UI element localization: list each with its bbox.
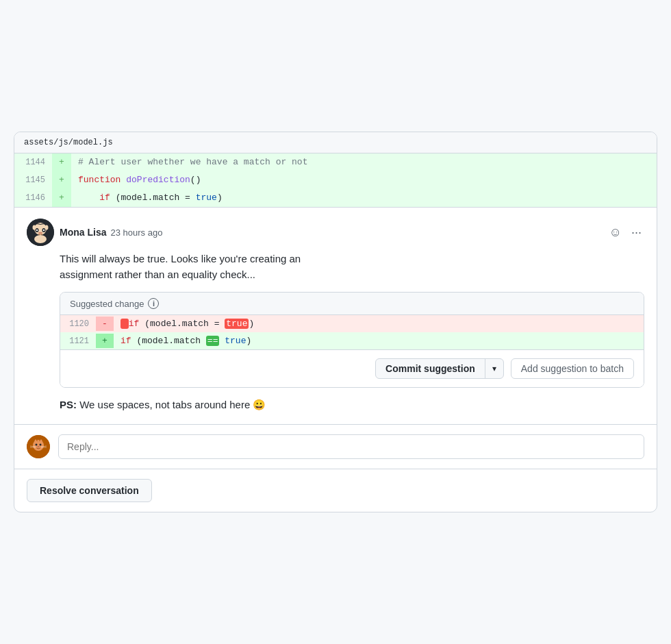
comment-body: This will always be true. Looks like you… bbox=[60, 251, 644, 282]
commit-suggestion-button[interactable]: Commit suggestion bbox=[376, 359, 485, 378]
svg-point-8 bbox=[45, 225, 49, 230]
info-icon: i bbox=[148, 298, 159, 309]
comment-author: Mona Lisa bbox=[60, 227, 106, 238]
comment-header: Mona Lisa 23 hours ago ☺ ··· bbox=[27, 219, 644, 246]
comment-actions: ☺ ··· bbox=[607, 223, 644, 243]
svg-point-11 bbox=[33, 440, 44, 451]
emoji-button[interactable]: ☺ bbox=[607, 223, 624, 243]
avatar bbox=[27, 219, 54, 246]
diff-gutter-1144: + bbox=[52, 153, 71, 171]
svg-point-7 bbox=[33, 225, 36, 230]
resolve-section: Resolve conversation bbox=[14, 469, 657, 512]
diff-row-1146: 1146 + if (model.match = true) bbox=[14, 189, 657, 207]
suggestion-diff: 1120 - if (model.match = true) 1121 + if… bbox=[60, 315, 644, 349]
svg-point-13 bbox=[40, 443, 42, 445]
diff-content-1144: # Alert user whether we have a match or … bbox=[71, 153, 314, 171]
comment-body-line2: assignment rather than an equality check… bbox=[60, 269, 255, 280]
comment-meta: Mona Lisa 23 hours ago bbox=[60, 227, 162, 238]
svg-point-9 bbox=[34, 235, 47, 243]
diff-gutter-1145: + bbox=[52, 171, 71, 189]
diff-row-1144: 1144 + # Alert user whether we have a ma… bbox=[14, 153, 657, 171]
ps-line: PS: We use spaces, not tabs around here … bbox=[60, 397, 644, 413]
svg-point-12 bbox=[36, 443, 38, 445]
ps-text: We use spaces, not tabs around here 😀 bbox=[79, 399, 266, 410]
s-gutter-removed: - bbox=[96, 317, 114, 331]
suggestion-label: Suggested change bbox=[70, 299, 144, 309]
code-diff: 1144 + # Alert user whether we have a ma… bbox=[14, 153, 657, 207]
commit-suggestion-button-group: Commit suggestion ▾ bbox=[375, 358, 504, 379]
main-card: assets/js/model.js 1144 + # Alert user w… bbox=[14, 132, 657, 512]
s-gutter-added: + bbox=[96, 334, 114, 348]
s-content-added: if (model.match == true) bbox=[114, 334, 258, 348]
commit-suggestion-dropdown[interactable]: ▾ bbox=[485, 360, 503, 377]
suggestion-buttons: Commit suggestion ▾ Add suggestion to ba… bbox=[60, 349, 644, 387]
diff-gutter-1146: + bbox=[52, 189, 71, 207]
reply-avatar bbox=[27, 435, 50, 458]
s-linenum-removed: 1120 bbox=[60, 317, 96, 331]
add-to-batch-button[interactable]: Add suggestion to batch bbox=[511, 358, 634, 379]
line-num-1146: 1146 bbox=[14, 190, 52, 206]
comment-author-row: Mona Lisa 23 hours ago bbox=[27, 219, 162, 246]
svg-point-6 bbox=[38, 232, 42, 234]
svg-point-14 bbox=[38, 446, 40, 447]
file-path: assets/js/model.js bbox=[24, 138, 113, 147]
file-header: assets/js/model.js bbox=[14, 132, 657, 153]
reply-input[interactable] bbox=[58, 434, 644, 459]
svg-point-5 bbox=[43, 230, 45, 231]
more-options-button[interactable]: ··· bbox=[629, 223, 644, 243]
comment-time: 23 hours ago bbox=[110, 227, 162, 238]
suggestion-box: Suggested change i 1120 - if (model.matc… bbox=[60, 292, 644, 388]
line-num-1145: 1145 bbox=[14, 172, 52, 188]
s-linenum-added: 1121 bbox=[60, 334, 96, 348]
suggestion-row-added: 1121 + if (model.match == true) bbox=[60, 332, 644, 349]
ps-label: PS: bbox=[60, 399, 77, 410]
diff-row-1145: 1145 + function doPrediction() bbox=[14, 171, 657, 189]
comment-section: Mona Lisa 23 hours ago ☺ ··· This will a… bbox=[14, 207, 657, 424]
suggestion-header: Suggested change i bbox=[60, 293, 644, 315]
diff-content-1145: function doPrediction() bbox=[71, 171, 207, 189]
s-content-removed: if (model.match = true) bbox=[114, 317, 261, 331]
resolve-conversation-button[interactable]: Resolve conversation bbox=[27, 479, 152, 502]
svg-point-4 bbox=[36, 230, 38, 231]
reply-section bbox=[14, 424, 657, 469]
comment-body-line1: This will always be true. Looks like you… bbox=[60, 253, 301, 264]
suggestion-row-removed: 1120 - if (model.match = true) bbox=[60, 315, 644, 332]
diff-content-1146: if (model.match = true) bbox=[71, 189, 229, 207]
line-num-1144: 1144 bbox=[14, 154, 52, 171]
